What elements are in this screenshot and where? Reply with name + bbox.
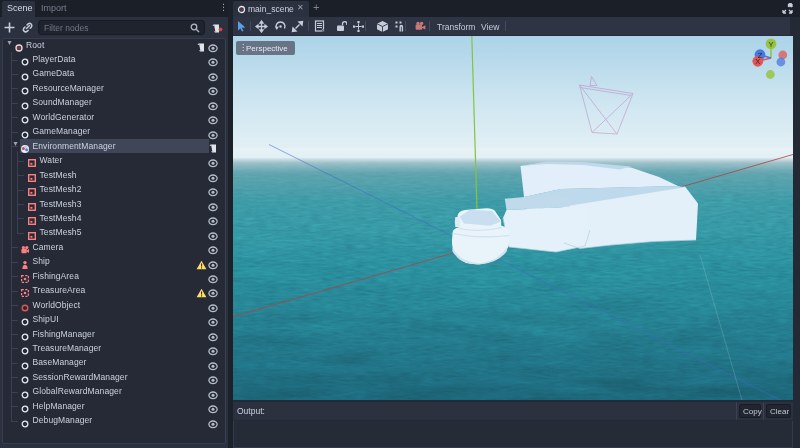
svg-text:X: X bbox=[755, 57, 760, 66]
svg-text:Y: Y bbox=[768, 40, 773, 49]
